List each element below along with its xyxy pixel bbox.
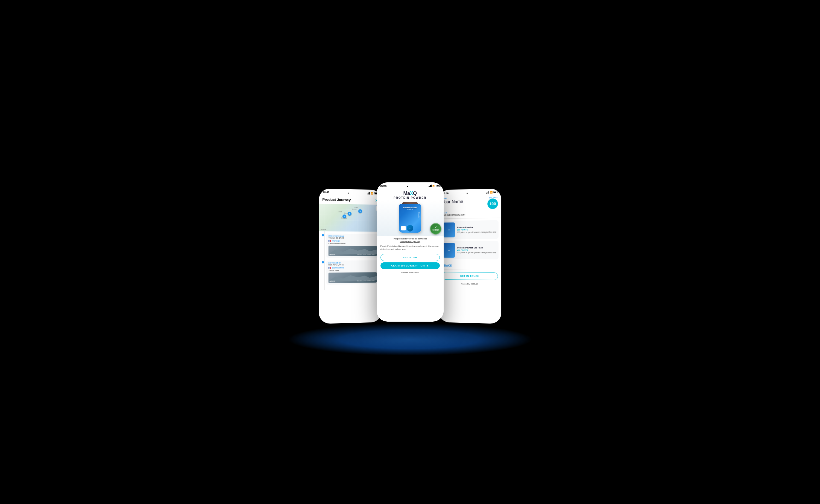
status-icons-left: 📶 xyxy=(367,192,378,195)
protein-bag: ProteinPowder by Amcor Chocolate a xyxy=(399,204,421,233)
product-image-area: ProteinPowder by Amcor Chocolate a ✓ AUT… xyxy=(377,200,444,236)
authentic-badge: ✓ AUTHENTIC AUTHENTIC xyxy=(430,223,441,235)
status-icons-center: 📶 xyxy=(429,185,440,187)
email-value: name@company.com xyxy=(442,213,498,216)
status-bar-center: 20:46 ▲ 📶 xyxy=(377,182,444,188)
back-text: BACK xyxy=(444,264,452,267)
map-label-finland: Finland xyxy=(354,206,358,208)
loyalty-email-section: EMAIL name@company.com xyxy=(438,210,501,219)
brand-x: X xyxy=(410,191,413,196)
center-phone-content: MaXQ PROTEIN POWDER ProteinPowder by Amc… xyxy=(377,188,444,320)
reward-progress-2: 300 points to go until you can claim you… xyxy=(457,252,497,254)
reward-progress-1: 100 points to go until you can claim you… xyxy=(457,231,497,234)
view-journey-link[interactable]: View product journey xyxy=(381,240,440,243)
google-label: Google xyxy=(321,229,326,230)
location-label-2: DISTRIBUTION xyxy=(332,267,344,269)
timeline: MANUFACTURING Thu Apr 23, 14:09 🇫🇷 FACTO… xyxy=(319,231,381,290)
loyalty-balance-section: BALANCE 100 xyxy=(487,197,498,209)
amcor-logo-2: amcor xyxy=(329,280,335,282)
reward-item-1: Protein Powder 200 POINTS 100 points to … xyxy=(441,220,498,239)
blue-splash-decoration xyxy=(287,323,533,356)
loyalty-name-section: NAME Your Name xyxy=(442,198,463,204)
authentic-circle: ✓ AUTHENTIC AUTHENTIC xyxy=(430,223,441,235)
status-icons-right: 📶 xyxy=(486,191,497,194)
action-buttons: RE-ORDER CLAIM 100 LOYALTY POINTS xyxy=(377,252,444,271)
factory-image-2: amcor Creating a new world of pack... xyxy=(328,272,377,283)
map-area: 5 2 4 ⤢ Google Finland Sverige Island No… xyxy=(319,204,381,232)
get-in-touch-button[interactable]: GET IN TOUCH xyxy=(442,272,498,280)
location-label-1: FACTORY xyxy=(332,240,340,242)
wifi-icon-right: 📶 xyxy=(490,191,492,193)
signal-bars-right xyxy=(486,191,489,194)
time-center: 20:46 xyxy=(381,185,387,187)
journey-title: Product Journey xyxy=(322,197,351,202)
map-label-island: Island xyxy=(338,211,341,212)
powered-by-right: Powered by KEZZLER xyxy=(438,282,501,286)
map-label-frankrike: Frankrike xyxy=(341,217,347,219)
product-header: MaXQ PROTEIN POWDER xyxy=(377,188,444,200)
powered-by-center: Powered by KEZZLER xyxy=(377,271,444,274)
bag-subtitle-text: by Amcor xyxy=(401,209,419,210)
timeline-dot-1 xyxy=(322,234,324,236)
loyalty-rewards: Protein Powder 200 POINTS 100 points to … xyxy=(438,218,501,262)
scene: 20:46 ▲ 📶 Product Journey ✕ 5 2 xyxy=(246,156,574,348)
reward-name-2: Protein Powder Big Pack xyxy=(457,247,497,249)
verification-text-area: This product is verified as authentic. V… xyxy=(377,236,444,243)
location-arrow-center: ▲ xyxy=(407,185,409,187)
verified-line: This product is verified as authentic. xyxy=(381,238,440,240)
timeline-content-1: MANUFACTURING Thu Apr 23, 14:09 🇫🇷 FACTO… xyxy=(326,233,379,258)
bag-brand-text: ProteinPowder xyxy=(401,207,419,209)
amcor-tagline-1: Creating a new world of pack... xyxy=(357,253,376,255)
left-phone-content: Product Journey ✕ 5 2 4 ⤢ Google Finland… xyxy=(319,194,381,322)
battery-icon-right xyxy=(493,191,497,193)
factory-image-1: amcor Creating a new world of pack... xyxy=(328,246,377,256)
wifi-icon-left: 📶 xyxy=(371,192,373,194)
flag-1: 🇫🇷 xyxy=(328,240,331,242)
wifi-icon-center: 📶 xyxy=(432,185,435,187)
authentic-text-2: AUTHENTIC xyxy=(432,230,439,232)
reward-item-2: Protein Powder Big Pack 400 POINTS 300 p… xyxy=(441,241,498,260)
balance-circle: 100 xyxy=(487,198,498,209)
bag-label: ProteinPowder by Amcor xyxy=(401,207,419,210)
timeline-item-distribution: DISTRIBUTION Mon Apr 27, 06:01 🇫🇷 DISTRI… xyxy=(322,260,379,285)
phone-center: 20:46 ▲ 📶 MaXQ PROTEIN POWDER xyxy=(377,182,444,322)
balance-label: BALANCE xyxy=(487,197,498,199)
reward-info-1: Protein Powder 200 POINTS 100 points to … xyxy=(457,226,497,234)
timeline-date-2: Mon Apr 27, 06:01 xyxy=(328,264,377,266)
loyalty-header: NAME Your Name BALANCE 100 xyxy=(438,194,501,211)
location-arrow-right: ▲ xyxy=(466,192,468,194)
flag-2: 🇫🇷 xyxy=(328,266,331,269)
timeline-location-row-1: 🇫🇷 FACTORY xyxy=(328,240,377,242)
reward-name-1: Protein Powder xyxy=(457,226,497,229)
reward-image-2 xyxy=(443,243,455,258)
map-label-norge: Norge xyxy=(344,212,348,214)
loyalty-divider xyxy=(442,269,498,270)
loyalty-back[interactable]: ‹ BACK xyxy=(438,262,501,270)
brand-part1: Ma xyxy=(403,191,410,196)
location-name-2: Transit Paris xyxy=(328,269,377,271)
bag-body: ProteinPowder by Amcor Chocolate a xyxy=(399,204,421,233)
bag-flavor: Chocolate xyxy=(418,212,420,218)
amcor-badge: a xyxy=(407,225,413,232)
amcor-tagline-2: Creating a new world of pack... xyxy=(357,280,376,282)
reward-info-2: Protein Powder Big Pack 400 POINTS 300 p… xyxy=(457,247,497,254)
reward-points-1: 200 POINTS xyxy=(457,229,497,231)
reorder-button[interactable]: RE-ORDER xyxy=(381,254,440,261)
timeline-item-manufacturing: MANUFACTURING Thu Apr 23, 14:09 🇫🇷 FACTO… xyxy=(322,233,379,258)
timeline-date-1: Thu Apr 23, 14:09 xyxy=(328,237,377,239)
timeline-dot-2 xyxy=(322,261,324,263)
claim-button[interactable]: CLAIM 100 LOYALTY POINTS xyxy=(381,262,440,269)
amcor-logo-1: amcor xyxy=(329,253,335,255)
location-name-1: Cambrai Production xyxy=(328,243,377,245)
timeline-location-row-2: 🇫🇷 DISTRIBUTION xyxy=(328,266,377,269)
brand-name: MaXQ xyxy=(379,191,441,196)
phone-left: 20:46 ▲ 📶 Product Journey ✕ 5 2 xyxy=(319,188,381,324)
time-left: 20:46 xyxy=(323,191,329,194)
reward-points-2: 400 POINTS xyxy=(457,249,497,251)
battery-icon-center xyxy=(436,185,440,187)
location-arrow-left: ▲ xyxy=(347,192,349,194)
brand-part2: Q xyxy=(413,191,417,196)
signal-bars-left xyxy=(367,192,370,194)
map-label-sverige: Sverige xyxy=(352,208,356,210)
phone-right: 20:46 ▲ 📶 NAME Your Name BALANC xyxy=(438,188,501,324)
